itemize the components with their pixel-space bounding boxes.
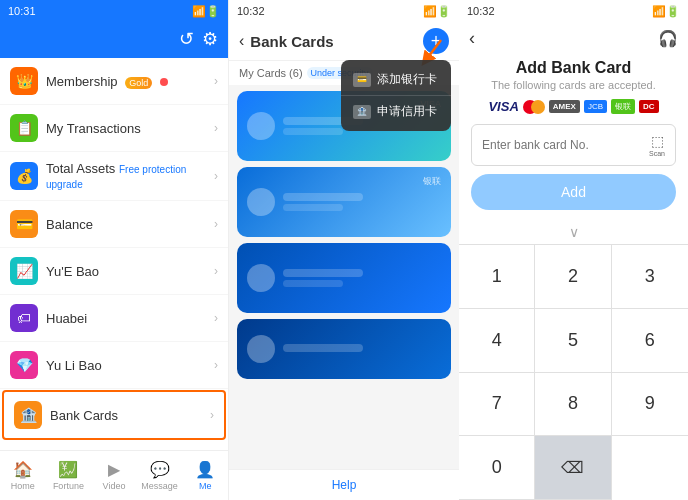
card-logo-2: 银联	[423, 175, 441, 188]
time-left: 10:31	[8, 5, 36, 17]
left-panel: 10:31 📶🔋 ↺ ⚙ 👑 Membership Gold › 📋 My Tr…	[0, 0, 229, 500]
menu-item-balance[interactable]: 💳 Balance ›	[0, 201, 228, 248]
scan-icon: ⬚	[651, 133, 664, 149]
balance-icon: 💳	[10, 210, 38, 238]
numeric-keypad: 1 2 3 4 5 6 7 8 9 0 ⌫	[459, 244, 688, 500]
settings-icon[interactable]: ⚙	[202, 28, 218, 50]
nav-fortune[interactable]: 💹 Fortune	[46, 451, 92, 500]
bank-card-4[interactable]	[237, 319, 451, 379]
nav-message-label: Message	[141, 481, 178, 491]
yuli-icon: 💎	[10, 351, 38, 379]
back-button-mid[interactable]: ‹	[239, 32, 244, 50]
time-mid: 10:32	[237, 5, 265, 17]
nav-home[interactable]: 🏠 Home	[0, 451, 46, 500]
help-bar[interactable]: Help	[229, 469, 459, 500]
top-bar-mid: ‹ Bank Cards +	[229, 22, 459, 61]
key-5[interactable]: 5	[535, 309, 611, 373]
menu-item-transactions[interactable]: 📋 My Transactions ›	[0, 105, 228, 152]
key-7[interactable]: 7	[459, 373, 535, 437]
membership-label: Membership	[46, 74, 118, 89]
arrow-balance: ›	[214, 217, 218, 231]
refresh-icon[interactable]: ↺	[179, 28, 194, 50]
menu-item-yue[interactable]: 📈 Yu'E Bao ›	[0, 248, 228, 295]
signal-mid: 📶🔋	[423, 5, 451, 18]
top-bar-left: ↺ ⚙	[0, 22, 228, 58]
arrow-bankcards: ›	[210, 408, 214, 422]
key-2[interactable]: 2	[535, 245, 611, 309]
membership-icon: 👑	[10, 67, 38, 95]
nav-fortune-label: Fortune	[53, 481, 84, 491]
nav-video-label: Video	[103, 481, 126, 491]
top-bar-right: ‹ 🎧	[459, 22, 688, 55]
scan-button[interactable]: ⬚ Scan	[649, 133, 665, 157]
headset-icon[interactable]: 🎧	[658, 29, 678, 48]
nav-me-label: Me	[199, 481, 212, 491]
key-0[interactable]: 0	[459, 436, 535, 500]
key-9[interactable]: 9	[612, 373, 688, 437]
membership-dot	[160, 78, 168, 86]
fortune-icon: 💹	[58, 460, 78, 479]
card-number-input-row[interactable]: ⬚ Scan	[471, 124, 676, 166]
nav-message[interactable]: 💬 Message	[137, 451, 183, 500]
card-name-2	[283, 193, 363, 201]
key-6[interactable]: 6	[612, 309, 688, 373]
menu-list: 👑 Membership Gold › 📋 My Transactions › …	[0, 58, 228, 450]
key-3[interactable]: 3	[612, 245, 688, 309]
key-8[interactable]: 8	[535, 373, 611, 437]
arrow-huabei: ›	[214, 311, 218, 325]
arrow-membership: ›	[214, 74, 218, 88]
right-panel: 10:32 📶🔋 ‹ 🎧 Add Bank Card The following…	[459, 0, 688, 500]
jcb-logo: JCB	[584, 100, 607, 113]
amex-logo: AMEX	[549, 100, 580, 113]
message-icon: 💬	[150, 460, 170, 479]
key-delete[interactable]: ⌫	[535, 436, 611, 500]
discover-logo: DC	[639, 100, 659, 113]
menu-item-assets[interactable]: 💰 Total Assets Free protection upgrade ›	[0, 152, 228, 201]
huabei-icon: 🏷	[10, 304, 38, 332]
card-num-2	[283, 204, 343, 211]
menu-item-antvalue[interactable]: 🃏 Ant Value Card 点击体验上新产品 ›	[0, 441, 228, 450]
keypad-chevron[interactable]: ∨	[459, 220, 688, 244]
add-card-dropdown: 💳 添加银行卡 🏦 申请信用卡	[341, 60, 451, 131]
yue-label: Yu'E Bao	[46, 264, 214, 279]
mid-panel-title: Bank Cards	[250, 33, 417, 50]
card-info-3	[283, 269, 441, 287]
nav-video[interactable]: ▶ Video	[91, 451, 137, 500]
key-4[interactable]: 4	[459, 309, 535, 373]
menu-item-membership[interactable]: 👑 Membership Gold ›	[0, 58, 228, 105]
status-bar-mid: 10:32 📶🔋	[229, 0, 459, 22]
card-num-3	[283, 280, 343, 287]
status-bar-left: 10:31 📶🔋	[0, 0, 228, 22]
cards-list: VISA 银联	[229, 85, 459, 469]
home-icon: 🏠	[13, 460, 33, 479]
apply-credit-label: 申请信用卡	[377, 103, 437, 120]
card-name-4	[283, 344, 363, 352]
add-submit-button[interactable]: Add	[471, 174, 676, 210]
add-bank-label: 添加银行卡	[377, 71, 437, 88]
add-card-title: Add Bank Card	[459, 55, 688, 79]
card-avatar-1	[247, 112, 275, 140]
dropdown-apply-credit[interactable]: 🏦 申请信用卡	[341, 96, 451, 127]
card-info-4	[283, 344, 441, 354]
bankcards-label: Bank Cards	[50, 408, 210, 423]
unionpay-logo: 银联	[611, 99, 635, 114]
assets-label: Total Assets	[46, 161, 115, 176]
card-name-3	[283, 269, 363, 277]
menu-item-huabei[interactable]: 🏷 Huabei ›	[0, 295, 228, 342]
add-card-button[interactable]: +	[423, 28, 449, 54]
back-button-right[interactable]: ‹	[469, 28, 475, 49]
dropdown-add-bank[interactable]: 💳 添加银行卡	[341, 64, 451, 96]
menu-item-yuli[interactable]: 💎 Yu Li Bao ›	[0, 342, 228, 389]
menu-item-bankcards[interactable]: 🏦 Bank Cards ›	[2, 390, 226, 440]
card-number-input[interactable]	[482, 138, 649, 152]
yuli-label: Yu Li Bao	[46, 358, 214, 373]
yue-icon: 📈	[10, 257, 38, 285]
key-1[interactable]: 1	[459, 245, 535, 309]
bankcards-icon: 🏦	[14, 401, 42, 429]
bank-card-3[interactable]	[237, 243, 451, 313]
me-icon: 👤	[195, 460, 215, 479]
bank-card-2[interactable]: 银联	[237, 167, 451, 237]
nav-me[interactable]: 👤 Me	[182, 451, 228, 500]
accepted-cards-logos: VISA AMEX JCB 银联 DC	[459, 99, 688, 124]
visa-logo: VISA	[488, 99, 518, 114]
